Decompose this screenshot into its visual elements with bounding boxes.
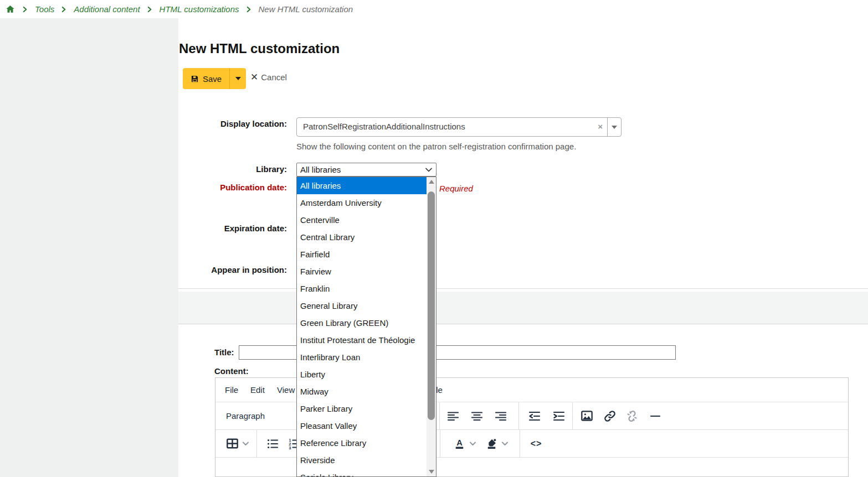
library-option[interactable]: Serials Library (297, 469, 436, 477)
library-option[interactable]: Riverside (297, 452, 436, 469)
screen: Tools Additional content HTML customizat… (0, 0, 868, 477)
paragraph-format-button[interactable]: Paragraph (226, 402, 265, 429)
publication-date-label: Publication date: (220, 183, 287, 192)
svg-text:A: A (456, 438, 463, 447)
display-location-value: PatronSelfRegistrationAdditionalInstruct… (303, 122, 465, 131)
section-divider (178, 288, 868, 289)
cancel-button[interactable]: ✕ Cancel (250, 72, 287, 82)
close-icon: ✕ (250, 72, 258, 82)
save-button[interactable]: Save (183, 68, 229, 89)
library-option[interactable]: Centerville (297, 211, 436, 229)
chevron-right-icon (246, 6, 251, 13)
expiration-date-label: Expiration date: (224, 224, 287, 233)
align-center-icon[interactable] (468, 402, 486, 429)
menu-view[interactable]: View (277, 378, 295, 402)
breadcrumb-link-tools[interactable]: Tools (35, 4, 54, 14)
caret-down-icon (235, 77, 241, 80)
floppy-disk-icon (191, 75, 199, 83)
library-option[interactable]: Amsterdam University (297, 194, 436, 211)
table-icon[interactable] (223, 430, 241, 457)
text-color-icon[interactable]: A (450, 430, 468, 457)
display-location-hint: Show the following content on the patron… (296, 142, 576, 151)
library-label: Library: (256, 164, 287, 174)
library-option[interactable]: Institut Protestant de Théologie (297, 331, 436, 349)
library-option[interactable]: Fairview (297, 263, 436, 280)
toolbar-separator (520, 430, 520, 457)
chevron-down-icon (425, 168, 432, 172)
library-option[interactable]: Liberty (297, 366, 436, 383)
breadcrumb: Tools Additional content HTML customizat… (0, 0, 868, 18)
toolbar-separator (439, 402, 440, 429)
library-option[interactable]: Fairfield (297, 246, 436, 263)
dropdown-scrollbar[interactable] (427, 177, 436, 476)
outdent-icon[interactable] (525, 402, 545, 429)
left-gutter (0, 18, 178, 477)
library-option[interactable]: Interlibrary Loan (297, 349, 436, 366)
align-right-icon[interactable] (491, 402, 510, 429)
insert-link-icon[interactable] (600, 402, 620, 429)
library-option[interactable]: Central Library (297, 229, 436, 246)
toolbar-separator (518, 402, 519, 429)
library-option[interactable]: Green Library (GREEN) (297, 314, 436, 331)
home-icon[interactable] (5, 4, 16, 14)
scroll-up-icon[interactable] (427, 177, 436, 186)
chevron-right-icon (23, 6, 28, 13)
source-code-icon[interactable]: <> (526, 430, 547, 457)
save-button-label: Save (203, 74, 222, 84)
align-left-icon[interactable] (444, 402, 463, 429)
chevron-down-icon[interactable] (468, 430, 477, 457)
chevron-right-icon (147, 6, 152, 13)
title-label: Title: (214, 348, 234, 357)
scrollbar-thumb[interactable] (428, 191, 435, 420)
library-option[interactable]: General Library (297, 297, 436, 314)
save-split-button: Save (183, 68, 246, 89)
library-option[interactable]: Pleasant Valley (297, 417, 436, 434)
horizontal-rule-icon[interactable] (645, 402, 665, 429)
cancel-button-label: Cancel (261, 72, 287, 82)
caret-down-icon (612, 126, 617, 129)
chevron-down-icon[interactable] (241, 430, 250, 457)
library-option[interactable]: Reference Library (297, 434, 436, 452)
library-option[interactable]: All libraries (297, 177, 436, 194)
breadcrumb-link-html-customizations[interactable]: HTML customizations (160, 4, 239, 14)
content-label: Content: (214, 366, 249, 376)
breadcrumb-link-additional-content[interactable]: Additional content (74, 4, 140, 14)
menu-file[interactable]: File (225, 378, 238, 402)
toolbar-separator (256, 430, 257, 457)
menu-edit[interactable]: Edit (250, 378, 265, 402)
library-select[interactable]: All libraries (296, 163, 436, 177)
page-title: New HTML customization (179, 41, 340, 56)
unlink-icon[interactable] (622, 402, 642, 429)
scroll-down-icon[interactable] (427, 467, 436, 476)
library-option[interactable]: Midway (297, 383, 436, 400)
library-option[interactable]: Franklin (297, 280, 436, 297)
library-dropdown-list: All libraries Amsterdam University Cente… (296, 177, 436, 477)
indent-icon[interactable] (549, 402, 569, 429)
required-indicator: Required (439, 184, 473, 193)
display-location-select[interactable]: PatronSelfRegistrationAdditionalInstruct… (296, 117, 622, 137)
display-location-dropdown-toggle[interactable] (607, 118, 621, 136)
appear-in-position-label: Appear in position: (211, 265, 287, 274)
library-option[interactable]: Parker Library (297, 400, 436, 417)
highlight-color-icon[interactable] (482, 430, 500, 457)
breadcrumb-current: New HTML customization (259, 4, 353, 14)
insert-image-icon[interactable] (577, 402, 597, 429)
toolbar-separator (440, 430, 440, 457)
save-dropdown-toggle[interactable] (230, 68, 246, 89)
library-selected-value: All libraries (300, 165, 341, 174)
toolbar-separator (572, 402, 573, 429)
svg-text:3: 3 (289, 445, 291, 449)
bullet-list-icon[interactable] (263, 430, 282, 457)
chevron-right-icon (61, 6, 66, 13)
chevron-down-icon[interactable] (500, 430, 509, 457)
language-tabs: Default English (en) (178, 292, 868, 324)
clear-selection-icon[interactable]: × (598, 122, 603, 131)
display-location-label: Display location: (220, 119, 287, 128)
